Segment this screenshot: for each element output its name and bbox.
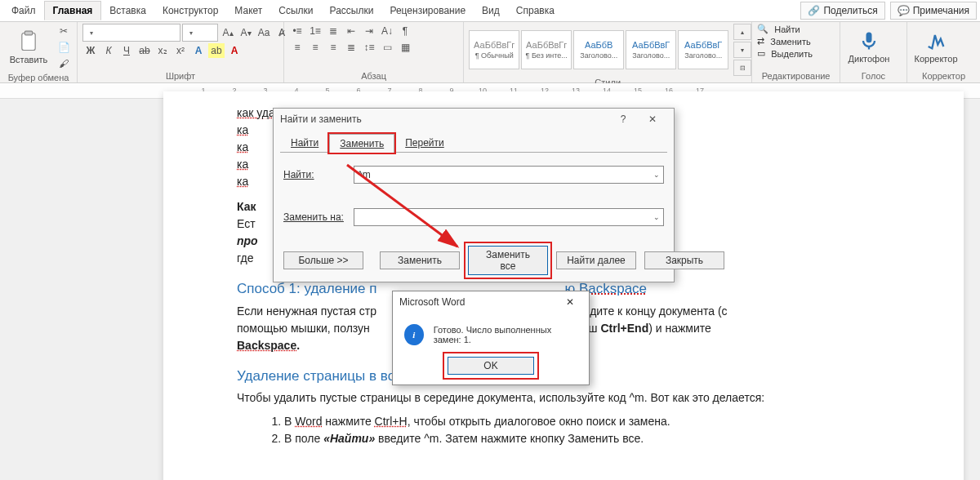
dialog-tab-goto[interactable]: Перейти [394, 133, 455, 152]
more-button[interactable]: Больше >> [283, 251, 363, 269]
format-painter-button[interactable]: 🖌 [56, 56, 72, 71]
ribbon: Вставить ✂ 📄 🖌 Буфер обмена ▾ ▾ A▴ A▾ Aa… [0, 22, 980, 83]
replace-input[interactable]: ⌄ [354, 208, 664, 226]
underline-button[interactable]: Ч [118, 43, 135, 58]
tab-insert[interactable]: Вставка [101, 2, 154, 20]
style-normal[interactable]: АаБбВвГг¶ Обычный [469, 30, 519, 69]
text-effects-button[interactable]: A [190, 43, 207, 58]
sort-button[interactable]: A↓ [379, 24, 395, 38]
svg-rect-1 [24, 31, 32, 35]
find-next-button[interactable]: Найти далее [556, 251, 636, 269]
ok-button[interactable]: OK [448, 357, 534, 375]
doc-line: Чтобы удалить пустые страницы в середине… [237, 389, 890, 407]
font-color-button[interactable]: A [226, 43, 243, 58]
tab-review[interactable]: Рецензирование [381, 2, 474, 20]
tab-view[interactable]: Вид [474, 2, 508, 20]
doc-line: ка [237, 175, 248, 188]
indent-left-button[interactable]: ⇤ [343, 24, 359, 38]
replace-all-button[interactable]: Заменить все [468, 246, 548, 275]
italic-button[interactable]: К [100, 43, 117, 58]
list-item: В Word нажмите Ctrl+H, чтобы открыть диа… [284, 413, 890, 430]
tab-design[interactable]: Конструктор [154, 2, 226, 20]
style-nospacing[interactable]: АаБбВвГг¶ Без инте... [521, 30, 572, 69]
message-text: Готово. Число выполненных замен: 1. [434, 325, 577, 344]
bold-button[interactable]: Ж [82, 43, 99, 58]
tab-file[interactable]: Файл [3, 2, 44, 20]
replace-label: Заменить на: [283, 211, 347, 223]
share-button[interactable]: 🔗Поделиться [800, 2, 884, 20]
svg-rect-2 [866, 33, 871, 43]
comments-button[interactable]: 💬Примечания [890, 2, 977, 20]
font-family-combo[interactable]: ▾ [82, 24, 180, 42]
shrink-font-button[interactable]: A▾ [238, 25, 254, 40]
multilevel-button[interactable]: ≣ [325, 24, 341, 38]
find-replace-dialog: Найти и заменить ? ✕ Найти Заменить Пере… [273, 108, 675, 282]
dialog-help-button[interactable]: ? [608, 113, 638, 125]
justify-button[interactable]: ≣ [343, 40, 359, 55]
subscript-button[interactable]: x₂ [154, 43, 171, 58]
doc-line: ка [237, 123, 248, 136]
numbering-button[interactable]: 1≡ [307, 24, 323, 38]
styles-scroll-down[interactable]: ▾ [733, 42, 751, 58]
menu-tabs: Файл Главная Вставка Конструктор Макет С… [0, 0, 980, 22]
styles-scroll-up[interactable]: ▴ [733, 24, 751, 40]
close-dialog-button[interactable]: Закрыть [644, 251, 724, 269]
superscript-button[interactable]: x² [172, 43, 189, 58]
grow-font-button[interactable]: A▴ [220, 25, 236, 40]
strike-button[interactable]: ab [136, 43, 153, 58]
tab-references[interactable]: Ссылки [270, 2, 321, 20]
list-item: В поле «Найти» введите ^m. Затем нажмите… [284, 430, 890, 447]
dialog-tab-find[interactable]: Найти [280, 133, 329, 152]
change-case-button[interactable]: Aa [256, 25, 272, 40]
dialog-tab-replace[interactable]: Заменить [329, 134, 394, 153]
align-center-button[interactable]: ≡ [307, 40, 323, 55]
show-marks-button[interactable]: ¶ [397, 24, 413, 38]
tab-home[interactable]: Главная [44, 1, 102, 20]
find-input[interactable]: ^m⌄ [354, 166, 664, 184]
align-right-button[interactable]: ≡ [325, 40, 341, 55]
tab-help[interactable]: Справка [508, 2, 563, 20]
message-dialog: Microsoft Word ✕ i Готово. Число выполне… [392, 291, 590, 385]
doc-line: ка [237, 158, 248, 171]
style-heading3[interactable]: АаБбВвГЗаголово... [678, 30, 728, 69]
editor-icon [924, 29, 947, 52]
cut-button[interactable]: ✂ [56, 24, 72, 38]
tab-mailings[interactable]: Рассылки [322, 2, 382, 20]
style-heading1[interactable]: АаБбВЗаголово... [573, 30, 624, 69]
message-title: Microsoft Word [399, 296, 465, 308]
highlight-button[interactable]: ab [208, 43, 225, 58]
replace-button[interactable]: ⇄ Заменить [757, 36, 811, 47]
select-button[interactable]: ▭ Выделить [757, 48, 813, 59]
dictate-button[interactable]: Диктофон [845, 24, 893, 69]
editor-button[interactable]: Корректор [912, 24, 960, 69]
style-heading2[interactable]: АаБбВвГЗаголово... [626, 30, 676, 69]
dialog-close-button[interactable]: ✕ [638, 113, 667, 125]
borders-button[interactable]: ▦ [397, 40, 413, 55]
doc-line: ка [237, 140, 248, 153]
dialog-title: Найти и заменить [280, 113, 362, 125]
group-clipboard-label: Буфер обмена [5, 71, 72, 84]
copy-button[interactable]: 📄 [56, 40, 72, 55]
shading-button[interactable]: ▭ [379, 40, 395, 55]
line-spacing-button[interactable]: ↕≡ [361, 40, 377, 55]
indent-right-button[interactable]: ⇥ [361, 24, 377, 38]
styles-gallery[interactable]: АаБбВвГг¶ Обычный АаБбВвГг¶ Без инте... … [469, 30, 728, 69]
align-left-button[interactable]: ≡ [289, 40, 305, 55]
styles-expand[interactable]: ⊟ [733, 60, 751, 76]
group-editing-label: Редактирование [757, 69, 835, 82]
tab-layout[interactable]: Макет [226, 2, 270, 20]
info-icon: i [404, 324, 424, 345]
replace-one-button[interactable]: Заменить [380, 251, 460, 269]
find-button[interactable]: 🔍 Найти [757, 24, 800, 34]
paste-button[interactable]: Вставить [5, 24, 52, 70]
font-size-combo[interactable]: ▾ [182, 24, 218, 42]
group-editor-label: Корректор [912, 69, 975, 82]
group-voice-label: Голос [845, 69, 902, 82]
comment-icon: 💬 [898, 5, 910, 16]
replace-icon: ⇄ [757, 36, 764, 47]
message-close-button[interactable]: ✕ [558, 296, 582, 308]
clipboard-icon [17, 30, 40, 53]
search-icon: 🔍 [757, 24, 768, 34]
bullets-button[interactable]: •≡ [289, 24, 305, 38]
share-icon: 🔗 [808, 5, 820, 16]
